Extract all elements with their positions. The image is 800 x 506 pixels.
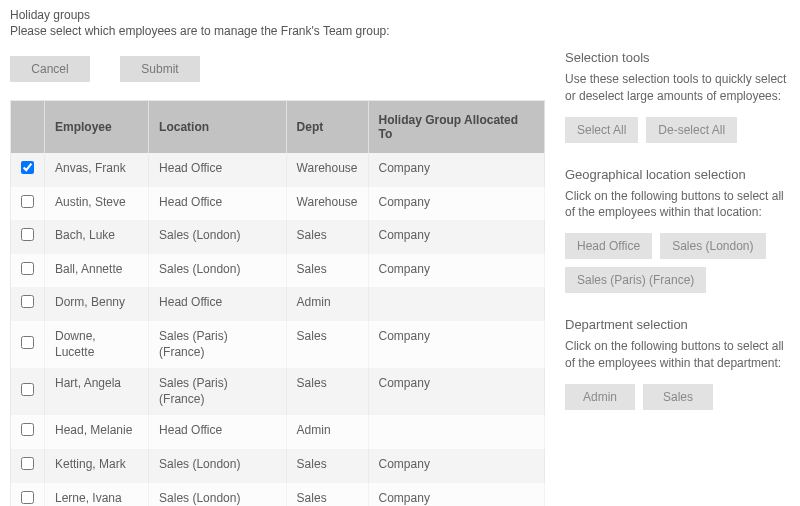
action-bar: Cancel Submit	[10, 56, 545, 82]
cell-employee: Downe, Lucette	[45, 321, 149, 368]
selection-tools-section: Selection tools Use these selection tool…	[565, 50, 790, 143]
cell-dept: Warehouse	[286, 187, 368, 221]
dept-filter-button[interactable]: Admin	[565, 384, 635, 410]
location-selection-section: Geographical location selection Click on…	[565, 167, 790, 294]
cell-holiday-group: Company	[368, 483, 544, 506]
select-all-button[interactable]: Select All	[565, 117, 638, 143]
row-checkbox-cell	[11, 368, 45, 415]
row-checkbox[interactable]	[21, 295, 34, 308]
row-checkbox[interactable]	[21, 491, 34, 504]
cell-holiday-group: Company	[368, 254, 544, 288]
row-checkbox-cell	[11, 254, 45, 288]
location-filter-button[interactable]: Sales (Paris) (France)	[565, 267, 706, 293]
cell-employee: Hart, Angela	[45, 368, 149, 415]
cell-dept: Sales	[286, 483, 368, 506]
table-row: Bach, LukeSales (London)SalesCompany	[11, 220, 545, 254]
location-filter-button[interactable]: Head Office	[565, 233, 652, 259]
cell-dept: Warehouse	[286, 153, 368, 187]
row-checkbox[interactable]	[21, 423, 34, 436]
row-checkbox-cell	[11, 220, 45, 254]
table-row: Dorm, BennyHead OfficeAdmin	[11, 287, 545, 321]
dept-filter-button[interactable]: Sales	[643, 384, 713, 410]
selection-tools-title: Selection tools	[565, 50, 790, 65]
row-checkbox[interactable]	[21, 228, 34, 241]
page-title: Holiday groups	[10, 8, 545, 22]
location-section-text: Click on the following buttons to select…	[565, 188, 790, 222]
cell-location: Sales (London)	[149, 449, 287, 483]
row-checkbox[interactable]	[21, 161, 34, 174]
row-checkbox-cell	[11, 187, 45, 221]
table-row: Downe, LucetteSales (Paris) (France)Sale…	[11, 321, 545, 368]
cell-location: Head Office	[149, 187, 287, 221]
table-row: Hart, AngelaSales (Paris) (France)SalesC…	[11, 368, 545, 415]
cell-holiday-group: Company	[368, 368, 544, 415]
dept-section-text: Click on the following buttons to select…	[565, 338, 790, 372]
cell-location: Sales (London)	[149, 483, 287, 506]
cell-employee: Dorm, Benny	[45, 287, 149, 321]
table-row: Ball, AnnetteSales (London)SalesCompany	[11, 254, 545, 288]
cell-employee: Ketting, Mark	[45, 449, 149, 483]
cell-location: Sales (Paris) (France)	[149, 321, 287, 368]
column-header-employee: Employee	[45, 101, 149, 154]
row-checkbox-cell	[11, 287, 45, 321]
cell-dept: Sales	[286, 254, 368, 288]
cell-employee: Head, Melanie	[45, 415, 149, 449]
table-row: Ketting, MarkSales (London)SalesCompany	[11, 449, 545, 483]
table-row: Head, MelanieHead OfficeAdmin	[11, 415, 545, 449]
cell-dept: Admin	[286, 415, 368, 449]
location-section-title: Geographical location selection	[565, 167, 790, 182]
table-row: Anvas, FrankHead OfficeWarehouseCompany	[11, 153, 545, 187]
row-checkbox[interactable]	[21, 195, 34, 208]
cancel-button[interactable]: Cancel	[10, 56, 90, 82]
cell-employee: Lerne, Ivana	[45, 483, 149, 506]
cell-location: Head Office	[149, 153, 287, 187]
cell-holiday-group: Company	[368, 153, 544, 187]
cell-holiday-group: Company	[368, 187, 544, 221]
cell-dept: Sales	[286, 449, 368, 483]
deselect-all-button[interactable]: De-select All	[646, 117, 737, 143]
cell-dept: Admin	[286, 287, 368, 321]
cell-holiday-group: Company	[368, 449, 544, 483]
department-selection-section: Department selection Click on the follow…	[565, 317, 790, 410]
column-header-location: Location	[149, 101, 287, 154]
cell-location: Head Office	[149, 287, 287, 321]
cell-dept: Sales	[286, 220, 368, 254]
location-filter-button[interactable]: Sales (London)	[660, 233, 765, 259]
cell-employee: Bach, Luke	[45, 220, 149, 254]
table-row: Lerne, IvanaSales (London)SalesCompany	[11, 483, 545, 506]
column-header-dept: Dept	[286, 101, 368, 154]
cell-location: Sales (London)	[149, 254, 287, 288]
selection-tools-text: Use these selection tools to quickly sel…	[565, 71, 790, 105]
cell-holiday-group	[368, 287, 544, 321]
row-checkbox-cell	[11, 153, 45, 187]
cell-dept: Sales	[286, 321, 368, 368]
table-row: Austin, SteveHead OfficeWarehouseCompany	[11, 187, 545, 221]
cell-location: Sales (London)	[149, 220, 287, 254]
row-checkbox[interactable]	[21, 336, 34, 349]
cell-employee: Ball, Annette	[45, 254, 149, 288]
employee-table: Employee Location Dept Holiday Group All…	[10, 100, 545, 506]
cell-holiday-group: Company	[368, 321, 544, 368]
page-subtitle: Please select which employees are to man…	[10, 24, 545, 38]
submit-button[interactable]: Submit	[120, 56, 200, 82]
cell-holiday-group	[368, 415, 544, 449]
cell-location: Head Office	[149, 415, 287, 449]
column-header-checkbox	[11, 101, 45, 154]
row-checkbox-cell	[11, 415, 45, 449]
row-checkbox[interactable]	[21, 262, 34, 275]
dept-section-title: Department selection	[565, 317, 790, 332]
row-checkbox[interactable]	[21, 457, 34, 470]
cell-dept: Sales	[286, 368, 368, 415]
cell-location: Sales (Paris) (France)	[149, 368, 287, 415]
cell-holiday-group: Company	[368, 220, 544, 254]
row-checkbox-cell	[11, 449, 45, 483]
cell-employee: Austin, Steve	[45, 187, 149, 221]
row-checkbox-cell	[11, 321, 45, 368]
row-checkbox[interactable]	[21, 383, 34, 396]
cell-employee: Anvas, Frank	[45, 153, 149, 187]
column-header-holiday-group: Holiday Group Allocated To	[368, 101, 544, 154]
row-checkbox-cell	[11, 483, 45, 506]
